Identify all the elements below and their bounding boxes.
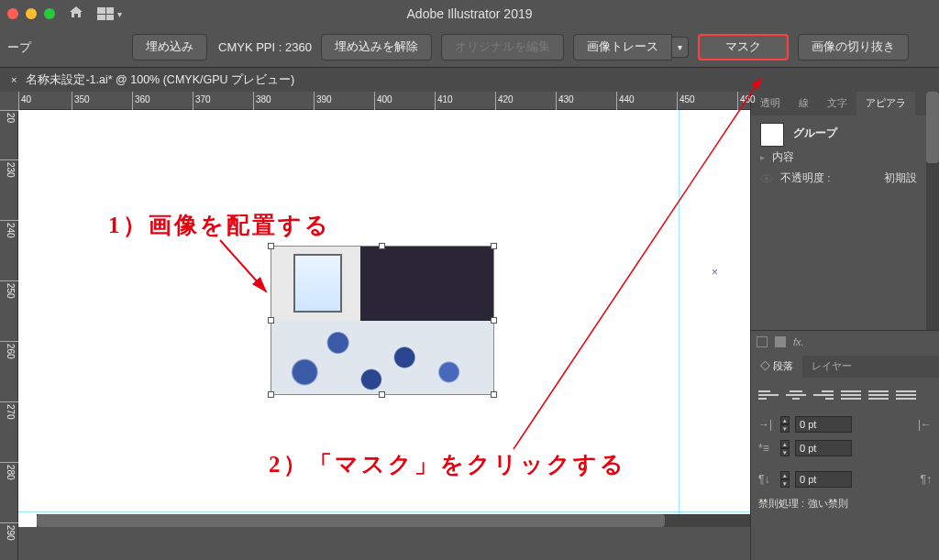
ruler-tick: 20 (0, 110, 18, 123)
ruler-tick: 460 (737, 92, 756, 110)
resize-handle-ml[interactable] (268, 317, 274, 324)
chevron-down-icon: ▾ (117, 9, 122, 19)
align-center-button[interactable] (786, 387, 806, 403)
contents-label[interactable]: 内容 (772, 150, 794, 164)
ruler-tick: 420 (495, 92, 514, 110)
resize-handle-tl[interactable] (268, 243, 274, 249)
ruler-tick: 40 (18, 92, 31, 110)
first-line-indent-input[interactable] (795, 440, 852, 456)
home-icon[interactable] (69, 5, 83, 22)
stepper-up-icon[interactable]: ▴ (780, 440, 790, 448)
object-type-label: ープ (7, 39, 31, 56)
opacity-value[interactable]: 初期設 (884, 171, 917, 185)
guide-vertical[interactable] (679, 110, 679, 560)
window-close-icon[interactable] (7, 8, 18, 19)
ruler-tick: 370 (193, 92, 211, 110)
resize-handle-bl[interactable] (268, 391, 274, 398)
opacity-label: 不透明度 : (780, 171, 830, 185)
tab-layers[interactable]: レイヤー (802, 356, 861, 378)
appearance-swatch[interactable] (760, 123, 784, 147)
unembed-button[interactable]: 埋め込みを解除 (321, 34, 432, 60)
edit-original-button: オリジナルを編集 (441, 34, 564, 60)
ruler-horizontal[interactable]: 40 350 360 370 380 390 400 410 420 430 4… (18, 92, 750, 110)
ruler-tick: 390 (314, 92, 332, 110)
ruler-tick: 240 (0, 220, 18, 238)
indent-left-input[interactable] (795, 416, 852, 433)
stepper-up-icon[interactable]: ▴ (780, 416, 790, 424)
ruler-tick: 350 (72, 92, 90, 110)
guide-horizontal[interactable] (18, 511, 750, 512)
image-trace-chevron-icon[interactable]: ▾ (672, 37, 689, 58)
document-tab-title[interactable]: 名称未設定-1.ai* @ 100% (CMYK/GPU プレビュー) (26, 72, 294, 88)
indent-right-icon: |← (918, 418, 932, 431)
ruler-tick: 450 (677, 92, 695, 110)
resize-handle-br[interactable] (491, 391, 497, 398)
stroke-icon[interactable] (775, 336, 786, 347)
center-mark-icon: × (712, 266, 718, 279)
workspace-switcher[interactable]: ▾ (97, 7, 122, 20)
ruler-tick: 440 (616, 92, 635, 110)
stepper-up-icon[interactable]: ▴ (780, 471, 790, 479)
scrollbar-thumb[interactable] (926, 92, 939, 163)
image-content (271, 247, 493, 394)
align-left-button[interactable] (758, 387, 779, 403)
close-tab-icon[interactable]: × (11, 74, 17, 85)
kinsoku-value[interactable]: 強い禁則 (808, 497, 848, 511)
ruler-tick: 270 (0, 401, 18, 420)
window-maximize-icon[interactable] (44, 8, 55, 19)
ruler-tick: 280 (0, 462, 18, 480)
resize-handle-mr[interactable] (491, 317, 497, 324)
fx-label[interactable]: fx. (793, 336, 804, 347)
ruler-tick: 290 (0, 522, 18, 541)
kinsoku-label: 禁則処理 : (758, 497, 804, 511)
crop-image-button[interactable]: 画像の切り抜き (798, 34, 909, 60)
mask-button[interactable]: マスク (698, 34, 789, 60)
tab-stroke[interactable]: 線 (790, 92, 818, 115)
space-before-icon: ¶↓ (758, 473, 775, 486)
window-minimize-icon[interactable] (26, 8, 37, 19)
no-fill-icon[interactable] (757, 336, 768, 347)
ruler-vertical[interactable]: 20 230 240 250 260 270 280 290 (0, 110, 18, 560)
justify-center-button[interactable] (868, 387, 889, 403)
ruler-tick: 230 (0, 159, 18, 178)
canvas[interactable]: × (18, 110, 750, 560)
justify-right-button[interactable] (896, 387, 916, 403)
scrollbar-horizontal[interactable] (37, 514, 750, 527)
embed-button[interactable]: 埋め込み (132, 34, 207, 60)
stepper-down-icon[interactable]: ▾ (780, 479, 790, 488)
svg-point-1 (765, 177, 768, 181)
image-trace-button[interactable]: 画像トレース (573, 34, 672, 60)
indent-left-icon: →| (758, 418, 775, 431)
align-right-button[interactable] (813, 387, 834, 403)
image-info: CMYK PPI : 2360 (218, 40, 312, 54)
placed-image[interactable] (271, 246, 494, 395)
stepper-down-icon[interactable]: ▾ (780, 424, 790, 433)
ruler-tick: 380 (253, 92, 271, 110)
space-before-input[interactable] (795, 471, 852, 488)
ruler-tick: 360 (132, 92, 150, 110)
tab-paragraph[interactable]: ◇ 段落 (751, 356, 802, 378)
first-line-indent-icon: *≡ (758, 442, 775, 455)
tab-type[interactable]: 文字 (818, 92, 856, 115)
app-title: Adobe Illustrator 2019 (407, 6, 533, 21)
expand-icon[interactable]: ▸ (760, 152, 765, 162)
visibility-icon[interactable] (760, 172, 773, 185)
ruler-tick: 410 (435, 92, 453, 110)
resize-handle-bm[interactable] (379, 391, 385, 398)
tab-appearance[interactable]: アピアラ (856, 92, 915, 115)
ruler-tick: 260 (0, 341, 18, 359)
resize-handle-tr[interactable] (491, 243, 497, 249)
space-after-icon: ¶↑ (921, 473, 932, 486)
justify-left-button[interactable] (841, 387, 861, 403)
panel-scrollbar[interactable] (926, 92, 939, 330)
ruler-tick: 400 (374, 92, 392, 110)
scrollbar-thumb[interactable] (37, 514, 665, 527)
ruler-tick: 430 (556, 92, 574, 110)
tab-transparency[interactable]: 透明 (751, 92, 790, 115)
ruler-tick: 250 (0, 280, 18, 299)
stepper-down-icon[interactable]: ▾ (780, 448, 790, 456)
resize-handle-tm[interactable] (379, 243, 385, 249)
